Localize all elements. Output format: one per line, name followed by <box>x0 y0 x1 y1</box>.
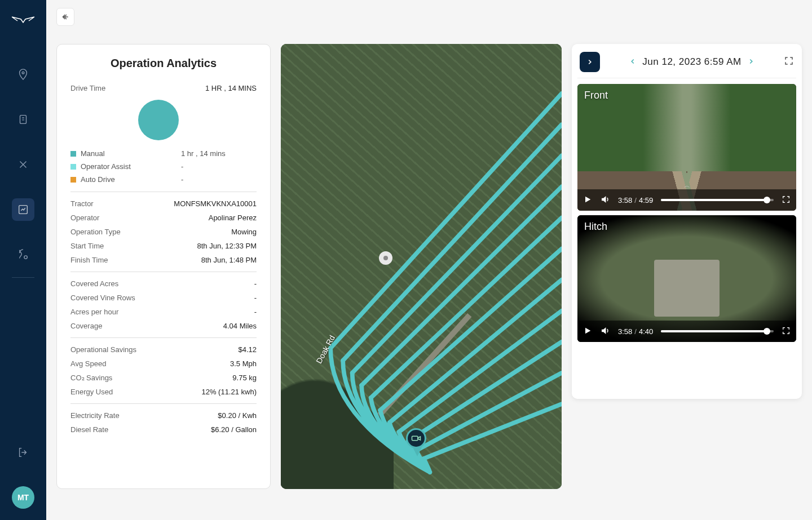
arrow-left-icon <box>61 12 70 21</box>
stat-value: Mowing <box>231 228 257 236</box>
volume-button[interactable] <box>600 326 610 337</box>
video-front-controls: ︿ 3:58 / 4:59 <box>577 189 796 211</box>
stat-label: CO₂ Savings <box>70 374 112 382</box>
swatch-manual <box>70 151 76 157</box>
stat-label: Energy Used <box>70 388 113 396</box>
stat-label: Covered Acres <box>70 279 118 288</box>
video-front-scrubber[interactable] <box>661 199 774 201</box>
divider <box>70 272 257 272</box>
next-date-button[interactable] <box>747 56 755 68</box>
fullscreen-icon <box>782 195 791 204</box>
time-current: 3:58 <box>618 327 632 336</box>
map-panel[interactable]: Doak Rd <box>281 44 562 489</box>
video-hitch-scrubber[interactable] <box>661 330 774 332</box>
logo <box>10 11 37 29</box>
nav-map-icon[interactable] <box>12 63 34 86</box>
stat-row: Avg Speed3.5 Mph <box>70 357 257 371</box>
nav-route-icon[interactable] <box>12 243 34 266</box>
progress-fill <box>661 330 768 332</box>
sidebar: MT <box>0 0 46 520</box>
scrubber-thumb[interactable] <box>764 197 770 203</box>
video-date-nav: Jun 12, 2023 6:59 AM <box>607 56 777 68</box>
volume-icon <box>600 194 610 205</box>
stat-value: - <box>254 294 257 302</box>
video-hitch[interactable]: Hitch 3:58 / 4:40 <box>577 215 796 342</box>
video-front-label: Front <box>584 90 608 101</box>
nav-tools-icon[interactable] <box>12 153 34 176</box>
stat-row: TractorMONFSMKVKNXA10001 <box>70 197 257 211</box>
stat-label: Coverage <box>70 322 102 330</box>
wings-logo-icon <box>10 11 37 27</box>
stat-label: Operator <box>70 214 99 222</box>
legend-auto: Auto Drive - <box>70 173 257 186</box>
scrubber-thumb[interactable] <box>764 328 770 335</box>
collapse-button[interactable] <box>580 52 600 72</box>
stat-value: MONFSMKVKNXA10001 <box>174 199 257 208</box>
nav-analytics-icon[interactable] <box>12 198 34 221</box>
stat-value: - <box>254 279 257 288</box>
stat-label: Electricity Rate <box>70 411 120 420</box>
stat-row: Electricity Rate$0.20 / Kwh <box>70 408 257 423</box>
legend-manual-value: 1 hr , 14 mins <box>181 149 226 158</box>
svg-rect-1 <box>20 115 27 124</box>
swatch-auto <box>70 177 76 183</box>
time-sep: / <box>634 327 637 336</box>
divider <box>70 337 257 338</box>
stat-value: $4.12 <box>238 345 257 354</box>
cam-marker-tail <box>413 447 422 456</box>
video-header: Jun 12, 2023 6:59 AM <box>577 50 796 78</box>
stat-label: Avg Speed <box>70 359 106 368</box>
svg-point-3 <box>24 256 28 259</box>
svg-rect-4 <box>412 436 418 441</box>
stat-row: Covered Acres- <box>70 277 257 291</box>
legend-manual-label: Manual <box>81 149 176 158</box>
stat-value: 12% (11.21 kwh) <box>201 388 257 396</box>
legend-assist: Operator Assist - <box>70 160 257 173</box>
stat-label: Tractor <box>70 199 94 208</box>
stat-label: Start Time <box>70 242 104 250</box>
stat-value: Apolinar Perez <box>209 214 257 222</box>
video-front-fullscreen[interactable] <box>782 195 791 206</box>
video-date: Jun 12, 2023 6:59 AM <box>642 56 741 68</box>
camera-marker-icon[interactable] <box>406 428 426 448</box>
logout-icon[interactable] <box>12 441 34 464</box>
video-front-time: 3:58 / 4:59 <box>618 196 653 205</box>
analytics-panel: Operation Analytics Drive Time 1 HR , 14… <box>56 44 271 489</box>
volume-icon <box>600 326 610 336</box>
stat-row: Coverage4.04 Miles <box>70 319 257 333</box>
stat-row: Diesel Rate$6.20 / Gallon <box>70 423 257 437</box>
video-panel: Jun 12, 2023 6:59 AM Front ︿ <box>572 44 802 399</box>
stat-row: CO₂ Savings9.75 kg <box>70 371 257 385</box>
stat-label: Acres per hour <box>70 308 118 316</box>
legend-auto-label: Auto Drive <box>81 175 176 184</box>
prev-date-button[interactable] <box>629 56 637 68</box>
play-button[interactable] <box>583 326 592 337</box>
stat-row: Finish Time8th Jun, 1:48 PM <box>70 253 257 267</box>
divider <box>70 192 257 192</box>
video-front[interactable]: Front ︿ 3:58 / 4:59 <box>577 84 796 211</box>
chevron-up-icon[interactable]: ︿ <box>684 181 690 190</box>
video-hitch-fullscreen[interactable] <box>782 326 791 337</box>
avatar[interactable]: MT <box>12 486 34 509</box>
play-button[interactable] <box>583 195 592 206</box>
map-path-overlay <box>281 44 562 489</box>
stat-row: Operational Savings$4.12 <box>70 343 257 357</box>
drive-time-value: 1 HR , 14 MINS <box>205 84 257 92</box>
legend-assist-value: - <box>181 162 183 171</box>
fullscreen-icon <box>782 326 791 335</box>
stat-value: 8th Jun, 12:33 PM <box>197 242 257 250</box>
stat-label: Covered Vine Rows <box>70 294 135 302</box>
time-sep: / <box>634 196 637 205</box>
back-button[interactable] <box>56 8 74 26</box>
main: Operation Analytics Drive Time 1 HR , 14… <box>46 0 812 520</box>
fullscreen-button[interactable] <box>784 56 794 68</box>
map-pin-icon[interactable] <box>379 251 392 265</box>
sidebar-bottom: MT <box>12 441 34 509</box>
nav-building-icon[interactable] <box>12 108 34 131</box>
volume-button[interactable] <box>600 194 610 206</box>
stat-value: 8th Jun, 1:48 PM <box>201 256 257 264</box>
legend-manual: Manual 1 hr , 14 mins <box>70 147 257 160</box>
time-total: 4:59 <box>639 196 653 205</box>
stat-row: Start Time8th Jun, 12:33 PM <box>70 239 257 253</box>
legend: Manual 1 hr , 14 mins Operator Assist - … <box>70 147 257 186</box>
